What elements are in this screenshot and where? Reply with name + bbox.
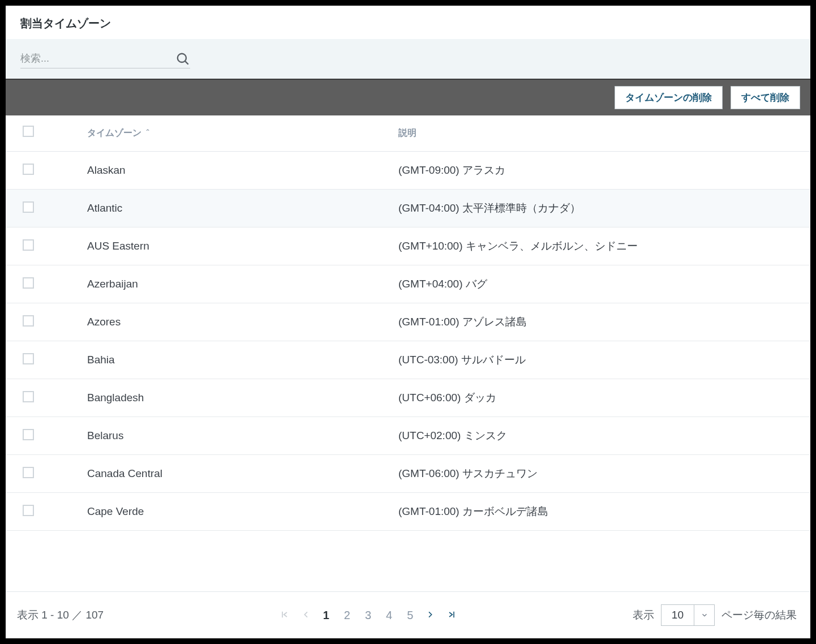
row-name: Azores xyxy=(74,304,385,340)
row-checkbox[interactable] xyxy=(23,391,34,402)
sort-asc-icon: ˆ xyxy=(146,128,149,138)
row-checkbox[interactable] xyxy=(23,353,34,364)
pager: 12345 xyxy=(104,609,633,622)
row-check-cell xyxy=(6,191,74,226)
row-desc: (GMT-01:00) アゾレス諸島 xyxy=(385,303,810,341)
row-desc: (GMT-09:00) アラスカ xyxy=(385,152,810,189)
result-range: 表示 1 - 10 ／ 107 xyxy=(14,608,104,622)
timezone-table: タイムゾーン ˆ 説明 Alaskan(GMT-09:00) アラスカAtlan… xyxy=(6,115,810,591)
row-check-cell xyxy=(6,229,74,264)
pager-page-1[interactable]: 1 xyxy=(323,609,329,622)
table-row[interactable]: Azores(GMT-01:00) アゾレス諸島 xyxy=(6,303,810,341)
row-desc: (GMT-06:00) サスカチュワン xyxy=(385,455,810,492)
row-checkbox[interactable] xyxy=(23,505,34,516)
table-row[interactable]: AUS Eastern(GMT+10:00) キャンベラ、メルボルン、シドニー xyxy=(6,227,810,265)
row-checkbox[interactable] xyxy=(23,467,34,478)
select-all-checkbox[interactable] xyxy=(23,126,34,137)
row-desc: (GMT+04:00) バグ xyxy=(385,265,810,303)
row-name: Atlantic xyxy=(74,191,385,226)
search-bar xyxy=(6,39,810,79)
select-all-cell xyxy=(6,115,74,151)
table-row[interactable]: Azerbaijan(GMT+04:00) バグ xyxy=(6,265,810,303)
per-page-value: 10 xyxy=(662,605,694,625)
row-name: Azerbaijan xyxy=(74,267,385,302)
table-row[interactable]: Atlantic(GMT-04:00) 太平洋標準時（カナダ） xyxy=(6,190,810,227)
row-name: Cape Verde xyxy=(74,494,385,529)
row-checkbox[interactable] xyxy=(23,429,34,440)
row-check-cell xyxy=(6,457,74,491)
table-row[interactable]: Alaskan(GMT-09:00) アラスカ xyxy=(6,152,810,190)
table-row[interactable]: Belarus(UTC+02:00) ミンスク xyxy=(6,417,810,455)
chevron-down-icon xyxy=(694,605,714,625)
pager-page-5[interactable]: 5 xyxy=(407,609,413,622)
row-name: Belarus xyxy=(74,418,385,453)
row-desc: (GMT-01:00) カーボベルデ諸島 xyxy=(385,493,810,530)
svg-line-1 xyxy=(185,61,188,65)
row-check-cell xyxy=(6,343,74,377)
row-checkbox[interactable] xyxy=(23,277,34,289)
row-check-cell xyxy=(6,305,74,340)
table-body: Alaskan(GMT-09:00) アラスカAtlantic(GMT-04:0… xyxy=(6,152,810,531)
pager-page-2[interactable]: 2 xyxy=(344,609,350,622)
row-desc: (UTC+02:00) ミンスク xyxy=(385,417,810,454)
row-checkbox[interactable] xyxy=(23,239,34,251)
row-checkbox[interactable] xyxy=(23,315,34,327)
row-name: AUS Eastern xyxy=(74,229,385,264)
pager-next-button[interactable] xyxy=(426,609,435,622)
row-check-cell xyxy=(6,495,74,529)
row-check-cell xyxy=(6,153,74,188)
search-icon[interactable] xyxy=(175,51,190,66)
table-spacer xyxy=(6,531,810,565)
per-page-control: 表示 10 ページ毎の結果 xyxy=(633,604,802,626)
delete-all-button[interactable]: すべて削除 xyxy=(731,86,800,109)
row-desc: (GMT-04:00) 太平洋標準時（カナダ） xyxy=(385,190,810,227)
row-checkbox[interactable] xyxy=(23,201,34,213)
pager-page-4[interactable]: 4 xyxy=(386,609,392,622)
column-header-name-label: タイムゾーン xyxy=(87,128,141,138)
pager-first-button[interactable] xyxy=(280,609,289,622)
row-check-cell xyxy=(6,381,74,415)
table-row[interactable]: Bangladesh(UTC+06:00) ダッカ xyxy=(6,379,810,417)
action-bar: タイムゾーンの削除 すべて削除 xyxy=(6,79,810,115)
svg-point-0 xyxy=(178,53,186,62)
row-name: Alaskan xyxy=(74,153,385,188)
search-field[interactable] xyxy=(20,49,190,68)
per-page-select[interactable]: 10 xyxy=(661,604,715,626)
row-name: Bahia xyxy=(74,342,385,377)
row-name: Bangladesh xyxy=(74,380,385,415)
row-name: Canada Central xyxy=(74,456,385,491)
table-row[interactable]: Cape Verde(GMT-01:00) カーボベルデ諸島 xyxy=(6,493,810,531)
table-row[interactable]: Bahia(UTC-03:00) サルバドール xyxy=(6,341,810,379)
page-title: 割当タイムゾーン xyxy=(6,6,810,39)
search-input[interactable] xyxy=(20,49,175,68)
row-checkbox[interactable] xyxy=(23,164,34,175)
pager-prev-button[interactable] xyxy=(302,609,311,622)
per-page-prefix: 表示 xyxy=(633,608,654,622)
row-desc: (UTC-03:00) サルバドール xyxy=(385,341,810,379)
row-desc: (GMT+10:00) キャンベラ、メルボルン、シドニー xyxy=(385,227,810,265)
row-desc: (UTC+06:00) ダッカ xyxy=(385,379,810,417)
table-header: タイムゾーン ˆ 説明 xyxy=(6,115,810,152)
column-header-name[interactable]: タイムゾーン ˆ xyxy=(74,115,385,151)
table-row[interactable]: Canada Central(GMT-06:00) サスカチュワン xyxy=(6,455,810,493)
delete-timezone-button[interactable]: タイムゾーンの削除 xyxy=(615,86,723,109)
pager-page-3[interactable]: 3 xyxy=(365,609,371,622)
per-page-suffix: ページ毎の結果 xyxy=(721,608,797,622)
row-check-cell xyxy=(6,267,74,302)
column-header-desc[interactable]: 説明 xyxy=(385,115,810,151)
pager-last-button[interactable] xyxy=(447,609,456,622)
row-check-cell xyxy=(6,419,74,453)
table-footer: 表示 1 - 10 ／ 107 12345 表示 10 xyxy=(6,591,810,638)
timezone-assignment-dialog: 割当タイムゾーン タイムゾーンの削除 すべて削除 タイムゾーン ˆ 説明 xyxy=(6,6,810,638)
